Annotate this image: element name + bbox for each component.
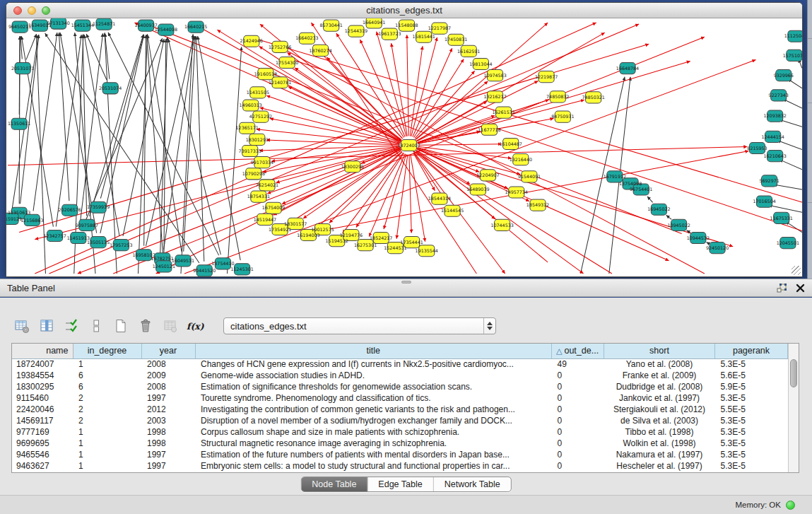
cell[interactable]: Structural magnetic resonance image aver… [195, 438, 552, 449]
cell[interactable]: 1 [73, 449, 141, 460]
cell[interactable]: 1998 [141, 438, 195, 449]
close-panel-icon[interactable] [796, 284, 805, 293]
table-row[interactable]: 1938455462009Genome-wide association stu… [12, 370, 788, 381]
cell[interactable]: 2008 [141, 381, 195, 392]
resize-grip-icon[interactable] [792, 266, 801, 275]
cell[interactable]: 49 [552, 358, 604, 370]
table-row[interactable]: 1456911722003Disruption of a novel membe… [12, 415, 788, 426]
cell[interactable]: 5.3E-5 [715, 438, 788, 449]
cell[interactable]: 0 [552, 426, 604, 438]
cell[interactable]: Stergiakouli et al. (2012) [604, 404, 715, 415]
cell[interactable]: 0 [552, 370, 604, 381]
cell[interactable]: 1998 [141, 426, 195, 438]
cell[interactable]: Tourette syndrome. Phenomenology and cla… [195, 392, 552, 404]
window-titlebar[interactable]: citations_edges.txt [6, 3, 802, 18]
cell[interactable]: Changes of HCN gene expression and I(f) … [195, 358, 552, 370]
cell[interactable]: 5.3E-5 [715, 449, 788, 460]
cell[interactable]: 5.3E-5 [715, 358, 788, 370]
new-column-icon[interactable] [112, 317, 130, 335]
cell[interactable]: 0 [552, 415, 604, 426]
tab-edge-table[interactable]: Edge Table [367, 477, 433, 491]
cell[interactable]: 0 [552, 392, 604, 404]
cell[interactable]: 2009 [141, 370, 195, 381]
panel-resize-handle[interactable] [401, 281, 411, 284]
cell[interactable]: Jankovic et al. (1997) [604, 392, 715, 404]
table-row[interactable]: 1872400712008Changes of HCN gene express… [12, 358, 788, 370]
cell[interactable]: 2008 [141, 358, 195, 370]
cell[interactable]: 0 [552, 404, 604, 415]
table-row[interactable]: 969969511998Structural magnetic resonanc… [12, 438, 788, 449]
cell[interactable]: 22420046 [12, 404, 73, 415]
cell[interactable]: 5.3E-5 [715, 392, 788, 404]
table-selector-dropdown[interactable]: citations_edges.txt [223, 317, 496, 334]
cell[interactable]: Genome-wide association studies in ADHD. [195, 370, 552, 381]
cell[interactable]: Franke et al. (2009) [604, 370, 715, 381]
network-view-window[interactable]: citations_edges.txt 18724007214249461275… [6, 2, 803, 277]
cell[interactable]: 19384554 [12, 370, 73, 381]
cell[interactable]: 1 [73, 438, 141, 449]
function-builder-icon[interactable]: f(x) [186, 317, 204, 335]
cell[interactable]: 2 [73, 415, 141, 426]
show-columns-icon[interactable] [37, 317, 56, 335]
cell[interactable]: 5.6E-5 [715, 370, 788, 381]
scrollbar-thumb[interactable] [790, 359, 797, 387]
cell[interactable]: 5.3E-5 [715, 415, 788, 426]
cell[interactable]: 6 [73, 381, 141, 392]
tab-node-table[interactable]: Node Table [301, 477, 367, 491]
import-table-icon[interactable] [161, 317, 180, 335]
cell[interactable]: 6 [73, 370, 141, 381]
cell[interactable]: Hescheler et al. (1997) [604, 460, 715, 472]
table-row[interactable]: 946362711997Embryonic stem cells: a mode… [12, 460, 788, 472]
cell[interactable]: 1 [73, 426, 141, 438]
cell[interactable]: 9115460 [12, 392, 73, 404]
cell[interactable]: Tibbo et al. (1998) [604, 426, 715, 438]
column-header-title[interactable]: title [195, 344, 552, 358]
cell[interactable]: 5.9E-5 [715, 381, 788, 392]
cell[interactable]: Embryonic stem cells: a model to study s… [195, 460, 552, 472]
table-row[interactable]: 946554611997Estimation of the future num… [12, 449, 788, 460]
cell[interactable]: 0 [552, 449, 604, 460]
table-row[interactable]: 1830029562008Estimation of significance … [12, 381, 788, 392]
cell[interactable]: Dudbridge et al. (2008) [604, 381, 715, 392]
cell[interactable]: 1 [73, 460, 141, 472]
cell[interactable]: 1997 [141, 460, 195, 472]
cell[interactable]: 9699695 [12, 438, 73, 449]
cell[interactable]: 2 [73, 404, 141, 415]
table-row[interactable]: 2242004622012Investigating the contribut… [12, 404, 788, 415]
cell[interactable]: 14569117 [12, 415, 73, 426]
cell[interactable]: 18724007 [12, 358, 73, 370]
float-panel-icon[interactable] [776, 282, 787, 293]
cell[interactable]: 5.3E-5 [715, 426, 788, 438]
cell[interactable]: 5.5E-5 [715, 404, 788, 415]
table-row[interactable]: 977716911998Corpus callosum shape and si… [12, 426, 788, 438]
cell[interactable]: 0 [552, 460, 604, 472]
column-header-short[interactable]: short [604, 344, 715, 358]
cell[interactable]: 2003 [141, 415, 195, 426]
cell[interactable]: 1997 [141, 392, 195, 404]
cell[interactable]: 2012 [141, 404, 195, 415]
column-header-out_de[interactable]: △out_de... [552, 344, 604, 358]
table-row[interactable]: 911546021997Tourette syndrome. Phenomeno… [12, 392, 788, 404]
column-header-name[interactable]: name [12, 344, 73, 358]
cell[interactable]: 9465546 [12, 449, 73, 460]
cell[interactable]: Yano et al. (2008) [604, 358, 715, 370]
cell[interactable]: 9463627 [12, 460, 73, 472]
column-header-in_degree[interactable]: in_degree [73, 344, 141, 358]
cell[interactable]: Estimation of significance thresholds fo… [195, 381, 552, 392]
cell[interactable]: Corpus callosum shape and size in male p… [195, 426, 552, 438]
select-rows-icon[interactable] [62, 317, 81, 335]
cell[interactable]: de Silva et al. (2003) [604, 415, 715, 426]
column-header-year[interactable]: year [141, 344, 195, 358]
citation-graph[interactable]: 1872400721424946127527661664023318760274… [6, 18, 802, 276]
cell[interactable]: 1 [73, 358, 141, 370]
cell[interactable]: Wolkin et al. (1998) [604, 438, 715, 449]
delete-column-icon[interactable] [136, 317, 155, 335]
cell[interactable]: 1997 [141, 449, 195, 460]
row-mode-icon[interactable] [87, 317, 105, 335]
cell[interactable]: Nakamura et al. (1997) [604, 449, 715, 460]
cell[interactable]: 18300295 [12, 381, 73, 392]
cell[interactable]: 0 [552, 381, 604, 392]
network-canvas[interactable]: 1872400721424946127527661664023318760274… [6, 18, 802, 276]
cell[interactable]: Investigating the contribution of common… [195, 404, 552, 415]
table-options-icon[interactable] [13, 317, 31, 335]
